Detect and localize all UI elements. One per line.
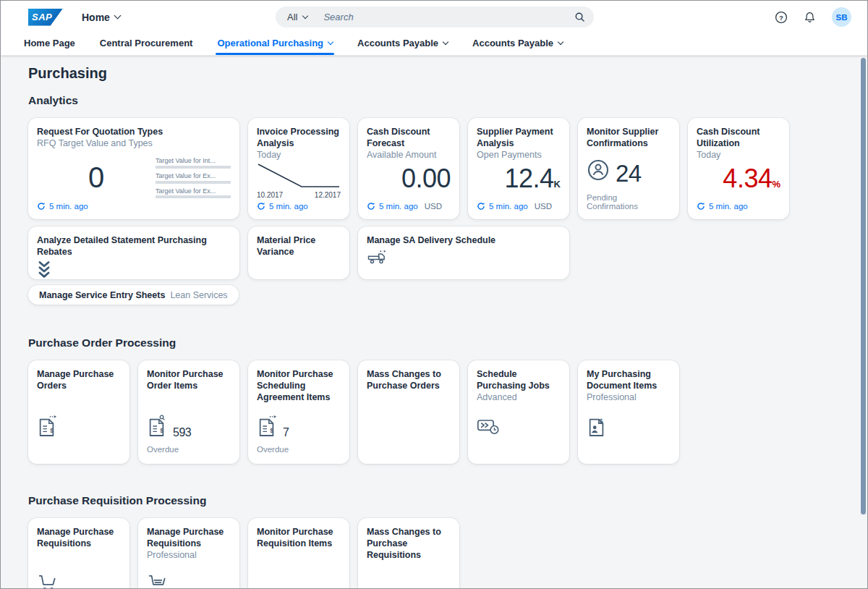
svg-text:$: $ — [50, 427, 54, 434]
cart-full-icon — [147, 574, 169, 589]
spaces-nav: Home Page Central Procurement Operationa… — [1, 33, 867, 56]
page-content: Purchasing Analytics Request For Quotati… — [1, 56, 867, 589]
kpi-value: 24 — [616, 163, 642, 185]
tile-material-price-variance[interactable]: Material Price Variance — [248, 226, 349, 279]
search-icon[interactable] — [574, 12, 585, 22]
kpi-value: 593 — [173, 426, 191, 439]
pill-info-label: Lean Services — [170, 290, 227, 300]
bar — [156, 181, 231, 184]
chevron-down-icon — [558, 39, 563, 45]
document-search-icon: $ — [147, 415, 167, 439]
svg-text:?: ? — [779, 13, 783, 21]
tile-manage-purchase-requisitions-professional[interactable]: Manage Purchase Requisitions Professiona… — [138, 518, 239, 589]
x-axis-end: 12.2017 — [315, 191, 341, 199]
tab-accounts-payable-1[interactable]: Accounts Payable — [356, 38, 449, 55]
document-person-icon: $ — [587, 415, 607, 439]
vertical-scrollbar[interactable] — [861, 58, 866, 514]
tab-home-page[interactable]: Home Page — [22, 38, 77, 55]
document-arrow-icon: $ — [257, 415, 277, 439]
analytics-row-2: Analyze Detailed Statement Purchasing Re… — [28, 226, 840, 279]
sap-logo[interactable]: SAP — [28, 9, 63, 26]
section-pr-heading: Purchase Requisition Processing — [28, 494, 840, 507]
tile-manage-purchase-orders[interactable]: Manage Purchase Orders $ — [28, 360, 129, 464]
po-row: Manage Purchase Orders $ Monitor Purchas… — [28, 360, 840, 464]
kpi-footer: Overdue — [147, 445, 231, 455]
user-avatar[interactable]: SB — [832, 7, 851, 27]
kpi-scale: % — [772, 179, 780, 190]
tile-manage-sa-delivery-schedule[interactable]: Manage SA Delivery Schedule — [358, 226, 569, 279]
invoice-line-chart: 10.2017 12.2017 — [257, 161, 341, 202]
tile-supplier-payment-analysis[interactable]: Supplier Payment Analysis Open Payments … — [468, 118, 569, 219]
shell-top-bar: SAP Home All ? — [1, 1, 867, 33]
shell-header: SAP Home All ? — [1, 1, 867, 56]
refresh-icon[interactable] — [257, 202, 265, 211]
search-bar[interactable]: All — [276, 7, 594, 27]
kpi-value: 12.4K — [477, 166, 561, 198]
kpi-scale: K — [554, 179, 561, 190]
tab-central-procurement[interactable]: Central Procurement — [98, 38, 195, 55]
tile-monitor-supplier-confirmations[interactable]: Monitor Supplier Confirmations 24 Pendin… — [578, 118, 679, 219]
tile-manage-purchase-requisitions[interactable]: Manage Purchase Requisitions — [28, 518, 129, 589]
tile-my-purchasing-document-items[interactable]: My Purchasing Document Items Professiona… — [578, 360, 679, 464]
currency-unit: USD — [425, 202, 442, 211]
sap-logo-text: SAP — [28, 12, 52, 22]
rfq-bar-list: Target Value for Int... Target Value for… — [156, 154, 231, 203]
cart-icon — [37, 574, 59, 589]
refresh-icon[interactable] — [477, 202, 485, 211]
section-analytics-heading: Analytics — [28, 94, 840, 107]
svg-text:$: $ — [160, 427, 163, 434]
kpi-value: 0.00 — [367, 166, 451, 198]
help-icon[interactable]: ? — [775, 11, 788, 24]
kpi-value: 7 — [283, 426, 289, 439]
refresh-icon[interactable] — [37, 202, 46, 211]
tile-mass-changes-purchase-orders[interactable]: Mass Changes to Purchase Orders — [358, 360, 459, 464]
currency-unit: USD — [535, 202, 552, 211]
bell-icon[interactable] — [804, 11, 816, 24]
kpi-footer: Overdue — [257, 445, 341, 455]
tile-invoice-processing-analysis[interactable]: Invoice Processing Analysis Today 10.201… — [248, 118, 349, 219]
home-menu-label: Home — [82, 12, 110, 23]
tile-schedule-purchasing-jobs[interactable]: Schedule Purchasing Jobs Advanced — [468, 360, 569, 464]
avatar-initials: SB — [836, 13, 848, 22]
tile-cash-discount-utilization[interactable]: Cash Discount Utilization Today 4.34% 5 … — [688, 118, 789, 219]
tile-cash-discount-forecast[interactable]: Cash Discount Forecast Available Amount … — [358, 118, 459, 219]
chevron-down-icon — [443, 39, 448, 45]
tile-mass-changes-purchase-requisitions[interactable]: Mass Changes to Purchase Requisitions — [358, 518, 459, 589]
section-po-heading: Purchase Order Processing — [28, 336, 840, 349]
tile-monitor-purchase-order-items[interactable]: Monitor Purchase Order Items $ 593 Overd… — [138, 360, 239, 464]
truck-icon — [367, 248, 561, 270]
chevron-down-icon — [328, 39, 333, 45]
svg-text:$: $ — [599, 418, 603, 425]
bar — [156, 166, 231, 169]
tile-request-for-quotation-types[interactable]: Request For Quotation Types RFQ Target V… — [28, 118, 239, 219]
tile-monitor-purchase-requisition-items[interactable]: Monitor Purchase Requisition Items — [248, 518, 349, 589]
pr-row: Manage Purchase Requisitions Manage Purc… — [28, 518, 840, 589]
shell-actions: ? SB — [775, 7, 851, 27]
supplier-icon — [587, 158, 610, 185]
search-scope-label: All — [287, 12, 297, 22]
search-input[interactable] — [323, 12, 574, 22]
page-title: Purchasing — [28, 65, 840, 82]
rfq-count: 0 — [37, 154, 156, 203]
tab-operational-purchasing[interactable]: Operational Purchasing — [216, 38, 334, 55]
tab-accounts-payable-2[interactable]: Accounts Payable — [471, 38, 564, 55]
x-axis-start: 10.2017 — [257, 191, 283, 199]
chevron-down-icon — [302, 13, 308, 19]
chevron-down-icon — [114, 12, 121, 20]
kpi-footer: Pending Confirmations — [587, 193, 671, 211]
kpi-value: 4.34% — [697, 166, 780, 198]
refresh-icon[interactable] — [697, 202, 705, 211]
tile-analyze-purchasing-rebates[interactable]: Analyze Detailed Statement Purchasing Re… — [28, 226, 239, 279]
home-menu-button[interactable]: Home — [82, 12, 120, 23]
document-arrow-icon: $ — [37, 415, 57, 439]
refresh-icon[interactable] — [367, 202, 375, 211]
analytics-row-1: Request For Quotation Types RFQ Target V… — [28, 118, 840, 219]
triple-chevron-down-icon — [37, 260, 231, 282]
rfq-micro-chart: 0 Target Value for Int... Target Value f… — [37, 154, 231, 203]
bar — [156, 195, 231, 198]
tile-monitor-scheduling-agreement-items[interactable]: Monitor Purchase Scheduling Agreement It… — [248, 360, 349, 464]
search-scope-select[interactable]: All — [287, 12, 307, 22]
jobs-clock-icon — [477, 416, 500, 439]
link-manage-service-entry-sheets[interactable]: Manage Service Entry Sheets Lean Service… — [28, 285, 239, 305]
svg-text:$: $ — [270, 427, 273, 434]
